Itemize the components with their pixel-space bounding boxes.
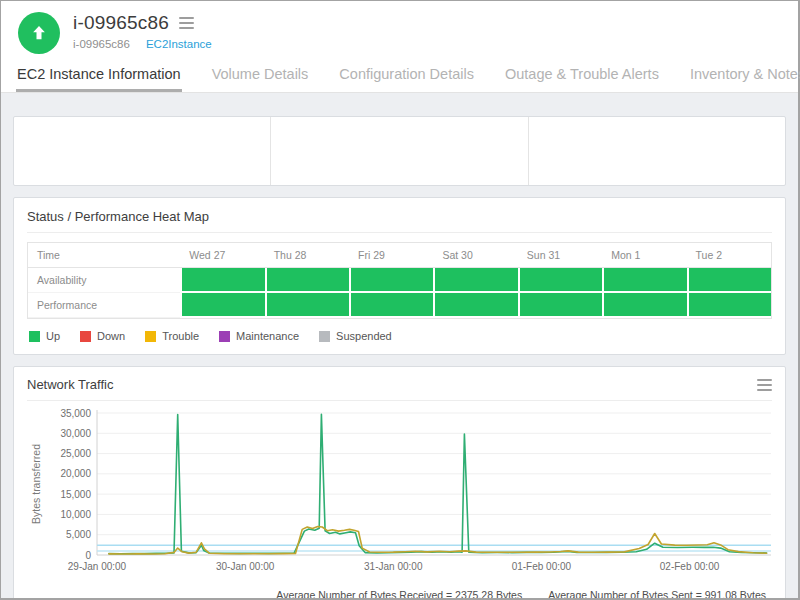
heatmap-cell-up [687, 268, 771, 293]
heatmap-cell-up [265, 268, 349, 293]
svg-text:29-Jan 00:00: 29-Jan 00:00 [68, 561, 127, 572]
heatmap-cell-up [433, 293, 517, 318]
network-traffic-title: Network Traffic [27, 377, 113, 392]
heatmap-cell-up [180, 293, 264, 318]
chart-averages: Average Number of Bytes Received = 2375.… [27, 589, 772, 598]
avg-bytes-received-label: Average Number of Bytes Received = 2375.… [276, 589, 522, 598]
heatmap-row-label: Performance [28, 293, 180, 318]
series-bytes-received [109, 414, 767, 554]
series-bytes-sent [109, 527, 767, 554]
heatmap-table: TimeWed 27Thu 28Fri 29Sat 30Sun 31Mon 1T… [27, 242, 772, 319]
heatmap-row-availability: Availability [28, 268, 771, 293]
heatmap-row-label: Availability [28, 268, 180, 293]
heatmap-cell-up [265, 293, 349, 318]
svg-text:20,000: 20,000 [60, 468, 91, 479]
heatmap-row-performance: Performance [28, 293, 771, 318]
stat-availability [14, 117, 270, 185]
y-axis-label: Bytes transferred [30, 444, 42, 524]
header-text: i-09965c86 i-09965c86 EC2Instance [73, 12, 212, 50]
svg-text:10,000: 10,000 [60, 509, 91, 520]
heatmap-col-tue-2: Tue 2 [687, 243, 771, 268]
heatmap-legend: UpDownTroubleMaintenanceSuspended [27, 330, 772, 342]
tab-bar: EC2 Instance InformationVolume DetailsCo… [1, 56, 798, 92]
heatmap-cell-up [349, 293, 433, 318]
heatmap-col-wed-27: Wed 27 [180, 243, 264, 268]
tab-volume-details[interactable]: Volume Details [211, 62, 310, 92]
heatmap-cell-up [349, 268, 433, 293]
svg-text:31-Jan 00:00: 31-Jan 00:00 [364, 561, 423, 572]
heatmap-col-sat-30: Sat 30 [433, 243, 517, 268]
heatmap-col-fri-29: Fri 29 [349, 243, 433, 268]
svg-text:25,000: 25,000 [60, 448, 91, 459]
monitor-actions-menu-icon[interactable] [179, 17, 194, 29]
svg-text:35,000: 35,000 [60, 408, 91, 419]
up-arrow-icon [29, 23, 49, 43]
legend-item-maintenance: Maintenance [219, 330, 299, 342]
chart-options-menu-icon[interactable] [757, 379, 772, 391]
stat-downtimes [528, 117, 785, 185]
heatmap-cell-up [687, 293, 771, 318]
status-up-icon [18, 12, 60, 54]
legend-item-up: Up [29, 330, 60, 342]
legend-swatch-up [29, 331, 40, 342]
stat-cpu-utilization [270, 117, 527, 185]
svg-text:02-Feb 00:00: 02-Feb 00:00 [660, 561, 720, 572]
legend-item-suspended: Suspended [319, 330, 392, 342]
legend-label: Trouble [162, 330, 199, 342]
heatmap-cell-up [180, 268, 264, 293]
page-title: i-09965c86 [73, 12, 169, 34]
tab-ec2-instance-information[interactable]: EC2 Instance Information [16, 62, 182, 92]
svg-text:5,000: 5,000 [66, 529, 91, 540]
app-window: i-09965c86 i-09965c86 EC2Instance EC2 In… [0, 0, 800, 600]
svg-text:01-Feb 00:00: 01-Feb 00:00 [512, 561, 572, 572]
legend-swatch-maintenance [219, 331, 230, 342]
heatmap-col-time: Time [28, 243, 180, 268]
heatmap-col-sun-31: Sun 31 [518, 243, 602, 268]
heatmap-cell-up [602, 293, 686, 318]
heatmap-header-row: TimeWed 27Thu 28Fri 29Sat 30Sun 31Mon 1T… [28, 243, 771, 268]
heatmap-cell-up [518, 293, 602, 318]
heatmap-panel: Status / Performance Heat Map TimeWed 27… [13, 197, 786, 355]
legend-label: Down [97, 330, 125, 342]
heatmap-body: AvailabilityPerformance [28, 268, 771, 318]
heatmap-col-mon-1: Mon 1 [602, 243, 686, 268]
heatmap-cell-up [602, 268, 686, 293]
legend-label: Suspended [336, 330, 392, 342]
monitor-header: i-09965c86 i-09965c86 EC2Instance [1, 1, 798, 56]
svg-text:30,000: 30,000 [60, 428, 91, 439]
legend-swatch-suspended [319, 331, 330, 342]
network-traffic-svg: 05,00010,00015,00020,00025,00030,00035,0… [27, 407, 777, 583]
legend-swatch-trouble [145, 331, 156, 342]
heatmap-cell-up [433, 268, 517, 293]
legend-label: Up [46, 330, 60, 342]
network-traffic-chart: 05,00010,00015,00020,00025,00030,00035,0… [27, 407, 772, 587]
summary-stats-panel [13, 116, 786, 186]
legend-item-down: Down [80, 330, 125, 342]
page-content: Status / Performance Heat Map TimeWed 27… [1, 92, 798, 598]
legend-label: Maintenance [236, 330, 299, 342]
legend-item-trouble: Trouble [145, 330, 199, 342]
svg-text:15,000: 15,000 [60, 489, 91, 500]
monitor-id-label: i-09965c86 [73, 38, 130, 50]
svg-text:0: 0 [85, 550, 91, 561]
tab-configuration-details[interactable]: Configuration Details [338, 62, 475, 92]
svg-text:30-Jan 00:00: 30-Jan 00:00 [216, 561, 275, 572]
tab-inventory-notes[interactable]: Inventory & Notes [689, 62, 800, 92]
monitor-type-link[interactable]: EC2Instance [146, 38, 212, 50]
legend-swatch-down [80, 331, 91, 342]
heatmap-title: Status / Performance Heat Map [27, 209, 209, 224]
heatmap-col-thu-28: Thu 28 [265, 243, 349, 268]
tab-outage-trouble-alerts[interactable]: Outage & Trouble Alerts [504, 62, 660, 92]
avg-bytes-sent-label: Average Number of Bytes Sent = 991.08 By… [548, 589, 766, 598]
heatmap-cell-up [518, 268, 602, 293]
network-traffic-panel: Network Traffic 05,00010,00015,00020,000… [13, 366, 786, 598]
